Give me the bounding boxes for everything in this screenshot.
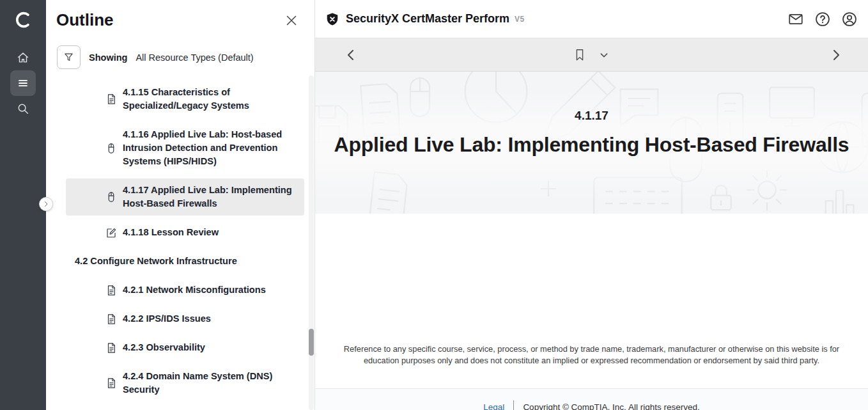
next-lesson-button[interactable] bbox=[828, 47, 844, 63]
panel-collapse-toggle[interactable] bbox=[39, 197, 53, 211]
previous-lesson-button[interactable] bbox=[343, 47, 359, 63]
outline-item-label: 4.2.3 Observability bbox=[123, 341, 205, 354]
outline-item-4-1-18[interactable]: 4.1.18 Lesson Review bbox=[66, 221, 304, 244]
outline-panel: Outline Showing All Resource Types (Defa… bbox=[46, 0, 315, 410]
outline-item-4-2-3[interactable]: 4.2.3 Observability bbox=[66, 336, 304, 359]
search-icon bbox=[16, 102, 30, 116]
legal-link[interactable]: Legal bbox=[483, 402, 504, 410]
home-icon bbox=[16, 51, 30, 65]
document-icon bbox=[105, 342, 117, 354]
app-title: SecurityX CertMaster Perform bbox=[346, 12, 509, 26]
outline-item-label: 4.1.18 Lesson Review bbox=[123, 226, 219, 239]
outline-section-4-2[interactable]: 4.2 Configure Network Infrastructure bbox=[66, 249, 304, 273]
chevron-right-icon bbox=[42, 200, 50, 208]
copyright-text: Copyright © CompTIA, Inc. All rights res… bbox=[523, 402, 699, 410]
sidebar-item-search[interactable] bbox=[10, 96, 36, 122]
outline-scrollbar[interactable] bbox=[309, 75, 314, 410]
chevron-left-icon bbox=[343, 47, 359, 63]
outline-item-4-2-1[interactable]: 4.2.1 Network Misconfigurations bbox=[66, 278, 304, 302]
edit-icon bbox=[105, 226, 117, 239]
document-icon bbox=[105, 313, 117, 326]
outline-item-label: 4.1.17 Applied Live Lab: Implementing Ho… bbox=[123, 184, 297, 210]
comptia-logo[interactable] bbox=[10, 8, 36, 33]
outline-item-4-1-16[interactable]: 4.1.16 Applied Live Lab: Host-based Intr… bbox=[66, 123, 304, 173]
lesson-number: 4.1.17 bbox=[315, 109, 868, 123]
account-button[interactable] bbox=[841, 11, 858, 28]
document-icon bbox=[105, 284, 117, 297]
caret-down-icon bbox=[597, 48, 611, 62]
outline-list: 4.1.15 Characteristics of Specialized/Le… bbox=[46, 81, 314, 410]
sidebar-item-outline[interactable] bbox=[10, 70, 36, 96]
outline-item-4-2-2[interactable]: 4.2.2 IPS/IDS Issues bbox=[66, 307, 304, 331]
chevron-right-icon bbox=[828, 47, 844, 63]
app-root: Outline Showing All Resource Types (Defa… bbox=[0, 0, 868, 410]
lesson-banner: 4.1.17 Applied Live Lab: Implementing Ho… bbox=[315, 72, 868, 214]
showing-label: Showing bbox=[89, 52, 127, 63]
mail-icon bbox=[787, 11, 804, 28]
outline-item-4-2-5[interactable]: 4.2.5 Email Security bbox=[66, 407, 304, 410]
lesson-title: Applied Live Lab: Implementing Host-Base… bbox=[315, 133, 868, 157]
bookmark-icon bbox=[573, 48, 587, 62]
document-icon bbox=[105, 93, 117, 106]
help-icon bbox=[814, 11, 831, 28]
lesson-toolbar bbox=[315, 38, 868, 72]
mouse-icon bbox=[105, 191, 117, 203]
sidebar-item-home[interactable] bbox=[10, 45, 36, 70]
outline-close-button[interactable] bbox=[284, 13, 299, 28]
filter-value: All Resource Types (Default) bbox=[136, 52, 253, 63]
account-icon bbox=[841, 11, 858, 28]
disclaimer-text: Reference to any specific course, servic… bbox=[339, 343, 844, 367]
messages-button[interactable] bbox=[787, 11, 804, 28]
bookmark-button[interactable] bbox=[573, 48, 587, 62]
document-icon bbox=[105, 377, 117, 390]
close-icon bbox=[284, 13, 299, 28]
outline-item-4-1-15[interactable]: 4.1.15 Characteristics of Specialized/Le… bbox=[66, 81, 304, 118]
sidebar-nav bbox=[10, 45, 36, 122]
outline-item-4-1-17[interactable]: 4.1.17 Applied Live Lab: Implementing Ho… bbox=[66, 178, 304, 216]
outline-item-label: 4.2.1 Network Misconfigurations bbox=[123, 283, 266, 297]
outline-item-label: 4.2.2 IPS/IDS Issues bbox=[123, 312, 211, 326]
menu-icon bbox=[16, 76, 30, 90]
outline-item-label: 4.1.16 Applied Live Lab: Host-based Intr… bbox=[123, 128, 297, 168]
lesson-body: Reference to any specific course, servic… bbox=[315, 214, 868, 388]
filter-icon bbox=[63, 52, 74, 63]
main-content: SecurityX CertMaster Perform V5 bbox=[315, 0, 868, 410]
filter-button[interactable] bbox=[57, 45, 81, 69]
outline-item-4-2-4[interactable]: 4.2.4 Domain Name System (DNS) Security bbox=[66, 365, 304, 402]
version-badge: V5 bbox=[515, 15, 525, 24]
page-footer: Legal Copyright © CompTIA, Inc. All righ… bbox=[315, 388, 868, 410]
outline-item-label: 4.2.4 Domain Name System (DNS) Security bbox=[123, 370, 297, 397]
mouse-icon bbox=[105, 142, 117, 155]
bookmark-menu-button[interactable] bbox=[597, 48, 611, 62]
shield-icon bbox=[325, 12, 339, 26]
app-header: SecurityX CertMaster Perform V5 bbox=[315, 0, 868, 38]
footer-divider bbox=[513, 400, 514, 410]
resource-filter-row: Showing All Resource Types (Default) bbox=[57, 45, 314, 69]
help-button[interactable] bbox=[814, 11, 831, 28]
outline-panel-title: Outline bbox=[56, 10, 114, 30]
outline-scrollbar-thumb[interactable] bbox=[309, 329, 314, 356]
outline-item-label: 4.1.15 Characteristics of Specialized/Le… bbox=[123, 86, 297, 113]
